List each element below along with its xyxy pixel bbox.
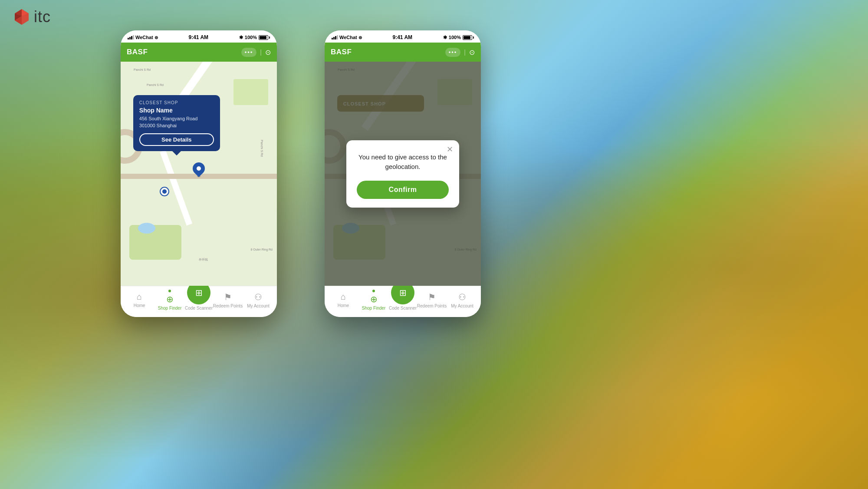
map-area-right: Panchi S Rd 8 Outer Ring Rd CLOSEST SHOP… xyxy=(325,62,481,286)
signal-icon xyxy=(128,35,134,40)
battery-icon xyxy=(259,35,270,40)
nav-shop-finder-right[interactable]: ⊕ Shop Finder xyxy=(358,290,389,311)
home-label-left: Home xyxy=(134,303,145,308)
phone-left: WeChat ⊜ 9:41 AM ✱ 100% BASF ••• | ⊙ xyxy=(121,30,277,317)
carrier-text: WeChat xyxy=(135,35,153,40)
location-pin xyxy=(193,162,205,178)
carrier-text-right: WeChat xyxy=(339,35,357,40)
app-header-right: BASF ••• | ⊙ xyxy=(325,43,481,62)
account-icon-right: ⚇ xyxy=(458,292,466,302)
time-display-right: 9:41 AM xyxy=(393,34,413,40)
wifi-icon-right: ⊜ xyxy=(358,35,362,40)
current-location-dot xyxy=(160,187,169,196)
scanner-label-left: Code Scanner xyxy=(185,306,213,311)
phone-right: WeChat ⊜ 9:41 AM ✱ 100% BASF ••• | ⊙ xyxy=(325,30,481,317)
map-label-1: Panchi S Rd xyxy=(134,68,151,71)
map-label-3: Panchi S Rd xyxy=(260,140,263,157)
account-label-right: My Account xyxy=(451,304,473,308)
target-icon-left[interactable]: ⊙ xyxy=(265,48,271,56)
home-icon-right: ⌂ xyxy=(341,292,346,302)
app-title-left: BASF xyxy=(127,48,148,56)
itc-brand-text: itc xyxy=(34,8,51,26)
nav-redeem-left[interactable]: ⚑ Redeem Points xyxy=(213,292,243,308)
map-label-5: 外环线 xyxy=(199,258,208,262)
bluetooth-icon: ✱ xyxy=(239,35,243,40)
redeem-label-right: Redeem Points xyxy=(417,304,447,308)
divider-right: | xyxy=(464,49,466,56)
pin-body xyxy=(190,160,207,177)
shop-finder-label-left: Shop Finder xyxy=(158,306,181,311)
signal-icon-right xyxy=(332,35,338,40)
nav-redeem-right[interactable]: ⚑ Redeem Points xyxy=(417,292,447,308)
redeem-icon-right: ⚑ xyxy=(428,292,436,302)
shop-address: 456 South Xiangyang Road 301000 Shanghai xyxy=(139,116,214,129)
nav-shop-finder-left[interactable]: ⊕ Shop Finder xyxy=(155,290,185,311)
scanner-icon-right: ⊞ xyxy=(399,287,407,298)
target-icon-right[interactable]: ⊙ xyxy=(469,48,475,56)
shop-finder-icon-left: ⊕ xyxy=(166,294,174,304)
home-label-right: Home xyxy=(338,303,349,308)
shop-popup: CLOSEST SHOP Shop Name 456 South Xiangya… xyxy=(133,95,220,151)
nav-account-right[interactable]: ⚇ My Account xyxy=(447,292,477,308)
status-bar-right: WeChat ⊜ 9:41 AM ✱ 100% xyxy=(325,30,481,43)
bottom-nav-right: ⌂ Home ⊕ Shop Finder ⊞ Code Scanner ⚑ Re… xyxy=(325,286,481,317)
park-2 xyxy=(233,79,268,105)
battery-pct-right: 100% xyxy=(449,35,461,40)
geolocation-overlay: ✕ You need to give access to the geoloca… xyxy=(325,62,481,286)
redeem-icon-left: ⚑ xyxy=(224,292,232,302)
nav-account-left[interactable]: ⚇ My Account xyxy=(243,292,273,308)
active-dot-left xyxy=(168,290,171,292)
time-display: 9:41 AM xyxy=(189,34,209,40)
app-header-left: BASF ••• | ⊙ xyxy=(121,43,277,62)
scanner-icon-left: ⊞ xyxy=(195,287,203,298)
itc-gem-icon xyxy=(13,8,30,26)
map-label-4: 8 Outer Ring Rd xyxy=(250,248,273,251)
account-icon-left: ⚇ xyxy=(254,292,262,302)
battery-pct: 100% xyxy=(245,35,257,40)
active-dot-right xyxy=(372,290,375,292)
map-area-left[interactable]: Panchi S Rd Panchi S Rd Panchi S Rd 8 Ou… xyxy=(121,62,277,286)
shop-finder-icon-right: ⊕ xyxy=(370,294,378,304)
closest-shop-label: CLOSEST SHOP xyxy=(139,100,214,105)
wifi-icon: ⊜ xyxy=(155,35,158,40)
bottom-nav-left: ⌂ Home ⊕ Shop Finder ⊞ Code Scanner ⚑ Re… xyxy=(121,286,277,317)
redeem-label-left: Redeem Points xyxy=(213,304,243,308)
see-details-button[interactable]: See Details xyxy=(139,133,214,146)
status-bar-left: WeChat ⊜ 9:41 AM ✱ 100% xyxy=(121,30,277,43)
geolocation-dialog: ✕ You need to give access to the geoloca… xyxy=(346,140,459,208)
nav-scanner-item-left[interactable]: ⊞ Code Scanner xyxy=(185,290,213,311)
battery-icon-right xyxy=(463,35,474,40)
map-label-2: Panchi S Rd xyxy=(147,83,164,86)
itc-logo: itc xyxy=(13,8,51,26)
shop-name: Shop Name xyxy=(139,107,214,114)
park-1 xyxy=(129,225,181,260)
water-1 xyxy=(138,223,155,234)
dots-menu-right[interactable]: ••• xyxy=(445,48,461,57)
shop-finder-label-right: Shop Finder xyxy=(362,306,385,311)
divider-left: | xyxy=(260,49,262,56)
dots-menu-left[interactable]: ••• xyxy=(241,48,257,57)
bluetooth-icon-right: ✱ xyxy=(443,35,447,40)
confirm-button[interactable]: Confirm xyxy=(357,181,449,199)
app-title-right: BASF xyxy=(331,48,352,56)
nav-home-left[interactable]: ⌂ Home xyxy=(124,292,155,308)
account-label-left: My Account xyxy=(247,304,270,308)
scanner-label-right: Code Scanner xyxy=(389,306,417,311)
geolocation-message: You need to give access to the geolocati… xyxy=(357,152,449,172)
nav-scanner-item-right[interactable]: ⊞ Code Scanner xyxy=(389,290,417,311)
dialog-close-button[interactable]: ✕ xyxy=(447,145,453,154)
nav-home-right[interactable]: ⌂ Home xyxy=(328,292,358,308)
home-icon-left: ⌂ xyxy=(137,292,142,302)
